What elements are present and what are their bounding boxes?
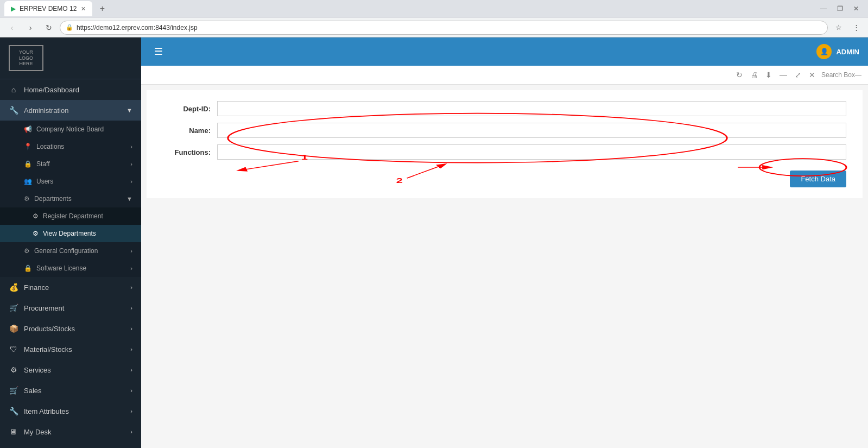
sidebar-item-software-license[interactable]: 🔒 Software License › (0, 260, 141, 277)
download-icon[interactable]: ⬇ (764, 69, 774, 81)
close-button[interactable]: ✕ (848, 1, 864, 16)
general-config-icon: ⚙ (24, 247, 30, 255)
url-text: https://demo12.erprev.com:8443/index.jsp (77, 24, 198, 31)
functions-input[interactable] (217, 144, 846, 160)
app-wrapper: YOUR LOGO HERE ⌂ Home/Dashboard 🔧 Admini… (0, 37, 868, 448)
lock-icon: 🔒 (66, 24, 73, 31)
sidebar-label-material-stocks: Material/Stocks (24, 345, 72, 354)
departments-submenu: ⚙ Register Department ⚙ View Departments (0, 207, 141, 242)
sidebar-item-administration[interactable]: 🔧 Administration ▼ (0, 100, 141, 121)
sidebar-label-finance: Finance (24, 283, 49, 292)
sidebar-item-material-stocks[interactable]: 🛡 Material/Stocks › (0, 339, 141, 359)
sidebar: YOUR LOGO HERE ⌂ Home/Dashboard 🔧 Admini… (0, 37, 141, 448)
user-section: 👤 ADMIN (816, 44, 859, 59)
sidebar-label-users: Users (36, 178, 53, 185)
address-bar[interactable]: 🔒 https://demo12.erprev.com:8443/index.j… (60, 21, 828, 35)
hamburger-button[interactable]: ☰ (150, 41, 167, 62)
tab-title: ERPREV DEMO 12 (20, 5, 77, 12)
reload-button[interactable]: ↻ (41, 20, 56, 35)
chevron-down-icon: ▼ (126, 107, 132, 113)
finance-icon: 💰 (9, 283, 18, 292)
sidebar-item-departments[interactable]: ⚙ Departments ▼ (0, 190, 141, 207)
close-panel-icon[interactable]: ✕ (807, 69, 817, 81)
bookmark-icon[interactable]: ☆ (831, 20, 846, 35)
back-button[interactable]: ‹ (4, 20, 20, 35)
functions-row: Functions: (163, 144, 846, 160)
sidebar-label-departments: Departments (34, 195, 72, 203)
fetch-data-button[interactable]: Fetch Data (790, 171, 846, 187)
home-icon: ⌂ (9, 85, 18, 94)
browser-chrome: ▶ ERPREV DEMO 12 ✕ + — ❐ ✕ ‹ › ↻ 🔒 https… (0, 0, 868, 37)
more-icon[interactable]: ⋮ (848, 20, 864, 35)
sidebar-item-company-notice-board[interactable]: 📢 Company Notice Board (0, 121, 141, 138)
register-dept-icon: ⚙ (33, 212, 39, 220)
administration-submenu: 📢 Company Notice Board 📍 Locations › 🔒 S… (0, 121, 141, 277)
sidebar-label-my-desk: My Desk (24, 428, 52, 436)
sidebar-item-users[interactable]: 👥 Users › (0, 173, 141, 190)
main-content: ☰ 👤 ADMIN ↻ 🖨 ⬇ — ⤢ ✕ Search Box— (141, 37, 868, 448)
new-tab-button[interactable]: + (94, 1, 110, 16)
browser-tab[interactable]: ▶ ERPREV DEMO 12 ✕ (4, 1, 92, 16)
sales-icon: 🛒 (9, 386, 18, 395)
material-stocks-icon: 🛡 (9, 345, 18, 354)
locations-chevron-icon: › (130, 143, 132, 150)
sidebar-item-sales[interactable]: 🛒 Sales › (0, 380, 141, 401)
software-license-icon: 🔒 (24, 264, 32, 272)
departments-icon: ⚙ (24, 195, 30, 203)
sidebar-label-home: Home/Dashboard (24, 86, 79, 94)
my-desk-icon: 🖥 (9, 427, 18, 436)
search-box-label[interactable]: Search Box— (821, 71, 861, 79)
logo-text: YOUR LOGO HERE (19, 49, 33, 67)
admin-icon: 🔧 (9, 106, 18, 115)
sidebar-item-register-department[interactable]: ⚙ Register Department (0, 207, 141, 225)
name-input[interactable] (217, 123, 846, 138)
browser-action-buttons: ☆ ⋮ (831, 20, 864, 35)
finance-chevron-icon: › (130, 284, 132, 291)
material-stocks-chevron-icon: › (130, 346, 132, 352)
sidebar-item-view-departments[interactable]: ⚙ View Departments (0, 225, 141, 242)
refresh-icon[interactable]: ↻ (734, 69, 744, 81)
item-attributes-icon: 🔧 (9, 407, 18, 415)
print-icon[interactable]: 🖨 (749, 69, 759, 81)
sidebar-label-administration: Administration (24, 106, 68, 115)
top-navbar: ☰ 👤 ADMIN (141, 37, 868, 66)
services-icon: ⚙ (9, 365, 18, 374)
sidebar-label-software-license: Software License (36, 264, 86, 272)
sidebar-item-procurement[interactable]: 🛒 Procurement › (0, 298, 141, 318)
minimize-panel-icon[interactable]: — (778, 69, 789, 81)
forward-button[interactable]: › (23, 20, 38, 35)
sidebar-label-company-notice-board: Company Notice Board (36, 125, 104, 133)
expand-icon[interactable]: ⤢ (793, 69, 803, 81)
sidebar-item-locations[interactable]: 📍 Locations › (0, 138, 141, 155)
staff-chevron-icon: › (130, 161, 132, 167)
sidebar-item-staff[interactable]: 🔒 Staff › (0, 155, 141, 173)
sidebar-item-general-configuration[interactable]: ⚙ General Configuration › (0, 242, 141, 260)
sidebar-item-finance[interactable]: 💰 Finance › (0, 277, 141, 298)
departments-chevron-icon: ▼ (126, 195, 132, 202)
sidebar-item-services[interactable]: ⚙ Services › (0, 359, 141, 380)
maximize-button[interactable]: ❐ (832, 1, 847, 16)
sidebar-item-products-stocks[interactable]: 📦 Products/Stocks › (0, 318, 141, 339)
sidebar-item-item-attributes[interactable]: 🔧 Item Attributes › (0, 401, 141, 421)
name-row: Name: (163, 123, 846, 138)
logo-area: YOUR LOGO HERE (0, 37, 141, 79)
sidebar-label-staff: Staff (36, 160, 49, 168)
dept-id-input[interactable] (217, 101, 846, 116)
software-license-chevron-icon: › (130, 265, 132, 272)
functions-label: Functions: (163, 148, 217, 156)
view-dept-icon: ⚙ (33, 230, 39, 237)
users-icon: 👥 (24, 178, 32, 185)
sidebar-label-locations: Locations (36, 143, 64, 150)
form-actions: Fetch Data (163, 171, 846, 187)
general-config-chevron-icon: › (130, 248, 132, 254)
minimize-button[interactable]: — (816, 1, 831, 16)
user-name: ADMIN (836, 48, 859, 56)
sidebar-item-my-desk[interactable]: 🖥 My Desk › (0, 421, 141, 442)
sidebar-label-sales: Sales (24, 387, 42, 395)
sidebar-item-home[interactable]: ⌂ Home/Dashboard (0, 79, 141, 100)
tab-close-icon[interactable]: ✕ (81, 5, 86, 12)
name-label: Name: (163, 127, 217, 135)
user-avatar: 👤 (816, 44, 832, 59)
products-stocks-chevron-icon: › (130, 325, 132, 332)
sales-chevron-icon: › (130, 387, 132, 394)
